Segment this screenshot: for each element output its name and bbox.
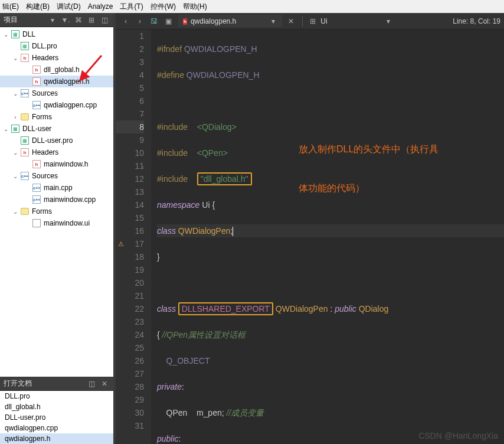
menu-analyze[interactable]: Analyze <box>88 2 113 11</box>
tree-forms-2[interactable]: ⌄Forms <box>0 205 113 217</box>
tree-label: Headers <box>32 148 58 156</box>
code-content[interactable]: #ifndef QWDIALOGPEN_H #define QWDIALOGPE… <box>151 30 504 444</box>
chevron-down-icon[interactable]: ▾ <box>387 17 390 25</box>
project-tree[interactable]: ⌄▦DLL ▦DLL.pro ⌄hHeaders hdll_global.h h… <box>0 27 113 377</box>
svg-line-0 <box>79 56 102 81</box>
chevron-down-icon[interactable]: ⌄ <box>12 54 19 61</box>
chevron-down-icon[interactable]: ⌄ <box>12 208 19 215</box>
gutter: 123 456 789 101112 131415 161718 192021 … <box>116 30 151 444</box>
project-panel-title: 项目 <box>4 15 18 25</box>
add-icon[interactable]: ⊞ <box>86 15 97 25</box>
tree-sources[interactable]: ⌄c++Sources <box>0 87 113 99</box>
chevron-down-icon[interactable]: ▾ <box>271 17 275 25</box>
tree-qwdialogpen-cpp[interactable]: c++qwdialogpen.cpp <box>0 99 113 111</box>
chevron-down-icon[interactable]: ⌄ <box>12 149 19 156</box>
highlight-export-macro: DLLSHARED_EXPORT <box>178 302 273 315</box>
tree-label: Forms <box>32 113 52 121</box>
tree-label: Sources <box>32 172 58 180</box>
annotation-note: 放入制作DLL的头文件中（执行具 体功能的代码） <box>299 117 438 221</box>
tree-label: mainwindow.h <box>44 160 88 168</box>
open-docs-title: 打开文档 <box>4 378 32 389</box>
chevron-down-icon[interactable]: ⌄ <box>12 172 19 179</box>
tree-label: DLL <box>22 30 35 38</box>
tree-project-dll-user[interactable]: ⌄▦DLL-user <box>0 123 113 135</box>
tree-forms[interactable]: ›Forms <box>0 111 113 123</box>
open-docs-header: 打开文档 ◫ ✕ <box>0 377 113 391</box>
outline-breadcrumb[interactable]: Ui <box>320 17 327 25</box>
split-icon[interactable]: ◫ <box>86 378 97 389</box>
menu-edit[interactable]: 辑(E) <box>2 2 19 12</box>
editor-toolbar: ‹ › 🖫 ▣ h qwdialogpen.h ▾ ✕ ⊞ Ui ▾ Line:… <box>116 13 504 30</box>
annotation-arrow-icon <box>77 52 106 87</box>
nav-forward-icon[interactable]: › <box>133 15 146 28</box>
tree-label: DLL-user <box>22 125 51 133</box>
watermark: CSDN @HanLongXia <box>418 431 498 440</box>
file-tab[interactable]: h qwdialogpen.h ▾ <box>178 15 282 27</box>
tree-label: qwdialogpen.cpp <box>44 101 97 109</box>
save-icon[interactable]: 🖫 <box>148 15 161 28</box>
tree-label: DLL-user.pro <box>32 136 73 145</box>
tree-mainwindow-cpp[interactable]: c++mainwindow.cpp <box>0 194 113 205</box>
tree-dll-user-pro[interactable]: ▦DLL-user.pro <box>0 135 113 146</box>
tree-label: DLL.pro <box>32 42 57 50</box>
dropdown-icon[interactable]: ▾ <box>47 15 58 25</box>
close-icon[interactable]: ✕ <box>99 378 110 389</box>
menu-build[interactable]: 构建(B) <box>26 2 50 12</box>
open-docs-list[interactable]: DLL.pro dll_global.h DLL-user.pro qwdial… <box>0 391 113 444</box>
tree-sources-2[interactable]: ⌄c++Sources <box>0 170 113 182</box>
tab-filename: qwdialogpen.h <box>191 17 236 25</box>
menubar: 辑(E) 构建(B) 调试(D) Analyze 工具(T) 控件(W) 帮助(… <box>0 0 504 13</box>
close-tab-icon[interactable]: ✕ <box>284 15 297 28</box>
doc-item[interactable]: DLL-user.pro <box>0 412 113 423</box>
menu-tools[interactable]: 工具(T) <box>120 2 143 12</box>
tree-label: mainwindow.ui <box>44 219 90 227</box>
outline-icon[interactable]: ⊞ <box>306 15 319 28</box>
menu-widgets[interactable]: 控件(W) <box>150 2 176 12</box>
tree-project-dll[interactable]: ⌄▦DLL <box>0 28 113 40</box>
nav-back-icon[interactable]: ‹ <box>119 15 132 28</box>
file-icon: h <box>183 17 187 25</box>
tree-label: dll_global.h <box>44 66 80 74</box>
tree-label: Sources <box>32 89 58 97</box>
project-panel-header: 项目 ▾ ▼. ⌘ ⊞ ◫ <box>0 13 113 27</box>
tree-headers-2[interactable]: ⌄hHeaders <box>0 146 113 158</box>
menu-help[interactable]: 帮助(H) <box>183 2 207 12</box>
tree-label: mainwindow.cpp <box>44 195 96 204</box>
bookmark-icon[interactable]: ▣ <box>162 15 175 28</box>
tree-label: Headers <box>32 54 58 62</box>
filter-icon[interactable]: ▼. <box>60 15 71 25</box>
code-area[interactable]: 123 456 789 101112 131415 161718 192021 … <box>116 30 504 444</box>
tree-label: main.cpp <box>44 184 73 192</box>
doc-item[interactable]: dll_global.h <box>0 401 113 412</box>
cursor-status: Line: 8, Col: 19 <box>453 17 500 25</box>
chevron-down-icon[interactable]: ⌄ <box>12 90 19 97</box>
left-sidebar: 项目 ▾ ▼. ⌘ ⊞ ◫ ⌄▦DLL ▦DLL.pro ⌄hHeaders h… <box>0 13 113 444</box>
tree-mainwindow-ui[interactable]: mainwindow.ui <box>0 217 113 229</box>
doc-item[interactable]: DLL.pro <box>0 391 113 401</box>
tree-dll-pro[interactable]: ▦DLL.pro <box>0 40 113 52</box>
link-icon[interactable]: ⌘ <box>73 15 84 25</box>
chevron-right-icon[interactable]: › <box>12 113 19 120</box>
editor: ‹ › 🖫 ▣ h qwdialogpen.h ▾ ✕ ⊞ Ui ▾ Line:… <box>116 13 504 444</box>
chevron-down-icon[interactable]: ⌄ <box>2 125 9 132</box>
doc-item[interactable]: qwdialogpen.h <box>0 433 113 444</box>
tree-label: Forms <box>32 207 52 216</box>
doc-item[interactable]: qwdialogpen.cpp <box>0 423 113 433</box>
tree-mainwindow-h[interactable]: hmainwindow.h <box>0 158 113 170</box>
tree-main-cpp[interactable]: c++main.cpp <box>0 182 113 194</box>
chevron-down-icon[interactable]: ⌄ <box>2 31 9 38</box>
split-icon[interactable]: ◫ <box>99 15 110 25</box>
menu-debug[interactable]: 调试(D) <box>57 2 81 12</box>
